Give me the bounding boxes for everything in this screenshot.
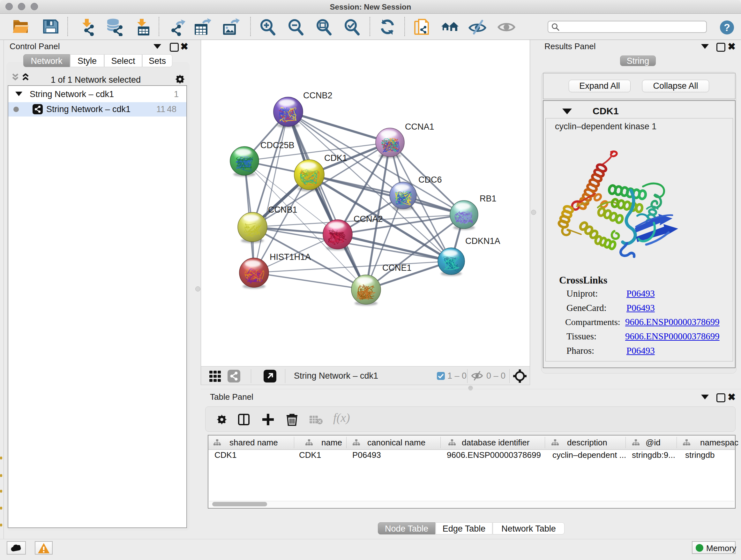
svg-text:CDK1: CDK1: [324, 153, 347, 163]
svg-text:CCNB1: CCNB1: [268, 205, 297, 214]
svg-text:CCNB2: CCNB2: [303, 91, 333, 100]
svg-text:CCNA1: CCNA1: [405, 122, 434, 132]
svg-text:CDC6: CDC6: [418, 175, 442, 185]
svg-text:CDKN1A: CDKN1A: [465, 236, 500, 246]
svg-text:HIST1H1A: HIST1H1A: [270, 252, 311, 262]
svg-text:CDC25B: CDC25B: [260, 140, 294, 150]
svg-text:CCNA2: CCNA2: [354, 214, 383, 224]
svg-text:RB1: RB1: [480, 194, 496, 203]
svg-text:CCNE1: CCNE1: [382, 263, 412, 273]
